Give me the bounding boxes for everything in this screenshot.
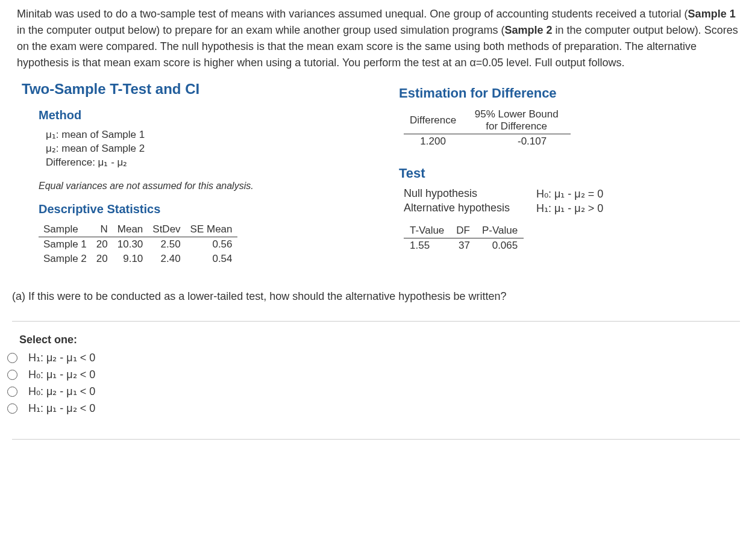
table-row: 1.55 37 0.065 [404, 238, 524, 254]
main-heading: Two-Sample T-Test and CI [22, 81, 363, 98]
option-label: H₁: μ₂ - μ₁ < 0 [28, 351, 95, 364]
option-2[interactable]: H₀: μ₁ - μ₂ < 0 [7, 368, 740, 381]
method-diff: Difference: μ₁ - μ₂ [46, 156, 363, 169]
table-row: Sample 1 20 10.30 2.50 0.56 [39, 237, 237, 252]
test-h2: P-Value [476, 223, 524, 238]
divider [12, 439, 740, 440]
question-intro: Minitab was used to do a two-sample test… [17, 6, 740, 71]
option-label: H₀: μ₁ - μ₂ < 0 [28, 368, 95, 381]
desc-h0: Sample [39, 222, 92, 237]
desc-h1: N [92, 222, 113, 237]
radio-icon[interactable] [7, 403, 17, 414]
option-4[interactable]: H₁: μ₁ - μ₂ < 0 [7, 402, 740, 415]
option-1[interactable]: H₁: μ₂ - μ₁ < 0 [7, 351, 740, 364]
option-3[interactable]: H₀: μ₂ - μ₁ < 0 [7, 385, 740, 398]
method-mu2: μ₂: mean of Sample 2 [46, 142, 363, 155]
radio-icon[interactable] [7, 387, 17, 397]
radio-icon[interactable] [7, 353, 17, 363]
method-note: Equal variances are not assumed for this… [39, 181, 363, 191]
desc-h3: StDev [148, 222, 185, 237]
null-hyp-value: H₀: μ₁ - μ₂ = 0 [536, 187, 627, 201]
alt-hyp-label: Alternative hypothesis [404, 202, 524, 215]
test-h0: T-Value [404, 223, 450, 238]
radio-icon[interactable] [7, 370, 17, 380]
method-mu1: μ₁: mean of Sample 1 [46, 128, 363, 141]
test-heading: Test [399, 166, 740, 181]
descriptive-table: Sample N Mean StDev SE Mean Sample 1 20 … [39, 222, 237, 266]
options-group: H₁: μ₂ - μ₁ < 0 H₀: μ₁ - μ₂ < 0 H₀: μ₂ -… [7, 351, 740, 415]
estimation-heading: Estimation for Difference [399, 86, 740, 101]
desc-h2: Mean [113, 222, 148, 237]
null-hyp-label: Null hypothesis [404, 187, 524, 201]
table-row: 1.200 -0.107 [404, 134, 571, 149]
alt-hyp-value: H₁: μ₁ - μ₂ > 0 [536, 202, 627, 215]
method-heading: Method [39, 108, 363, 122]
desc-h4: SE Mean [186, 222, 237, 237]
option-label: H₀: μ₂ - μ₁ < 0 [28, 385, 95, 398]
right-column: Estimation for Difference Difference 95%… [399, 76, 740, 266]
left-column: Two-Sample T-Test and CI Method μ₁: mean… [22, 76, 363, 266]
descriptive-heading: Descriptive Statistics [39, 202, 363, 216]
option-label: H₁: μ₁ - μ₂ < 0 [28, 402, 95, 415]
test-table: T-Value DF P-Value 1.55 37 0.065 [404, 223, 524, 253]
est-h1: 95% Lower Boundfor Difference [462, 107, 571, 134]
test-h1: DF [450, 223, 476, 238]
table-row: Sample 2 20 9.10 2.40 0.54 [39, 252, 237, 266]
est-h0: Difference [404, 107, 462, 134]
divider [12, 321, 740, 322]
sub-question-a: (a) If this were to be conducted as a lo… [12, 290, 740, 303]
select-one-label: Select one: [19, 334, 740, 346]
estimation-table: Difference 95% Lower Boundfor Difference… [404, 107, 571, 149]
